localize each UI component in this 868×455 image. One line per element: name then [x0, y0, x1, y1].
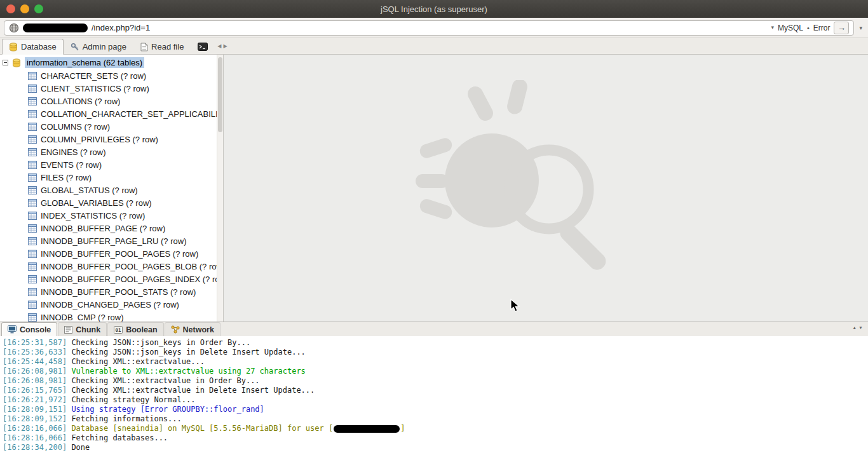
- console-line: [16:26:15,765] Checking XML::extractvalu…: [3, 386, 865, 395]
- console-timestamp: [16:26:15,765]: [3, 386, 71, 395]
- console-timestamp: [16:25:36,633]: [3, 348, 71, 357]
- tab-network[interactable]: Network: [165, 322, 220, 336]
- table-icon: [28, 173, 37, 182]
- tree-table-row[interactable]: INNODB_BUFFER_PAGE (? row): [0, 222, 217, 234]
- address-bar: /index.php?id=1 ▾ MySQL • Error → ▾: [0, 18, 868, 38]
- tree-table-row[interactable]: COLLATIONS (? row): [0, 95, 217, 107]
- tree-table-row[interactable]: INNODB_BUFFER_POOL_PAGES (? row): [0, 247, 217, 260]
- tree-table-row[interactable]: COLLATION_CHARACTER_SET_APPLICABILITY (?…: [0, 107, 217, 120]
- tab-read-file[interactable]: Read file: [133, 39, 191, 54]
- table-label: COLUMNS (? row): [41, 122, 110, 132]
- table-label: CHARACTER_SETS (? row): [41, 71, 146, 81]
- console-timestamp: [16:25:31,587]: [3, 338, 71, 347]
- tree-table-row[interactable]: GLOBAL_STATUS (? row): [0, 184, 217, 196]
- window-maximize-button[interactable]: [34, 4, 43, 13]
- tree-table-row[interactable]: COLUMNS (? row): [0, 120, 217, 133]
- table-icon: [28, 313, 37, 322]
- url-input[interactable]: /index.php?id=1 ▾ MySQL • Error →: [4, 20, 854, 36]
- window-close-button[interactable]: [6, 4, 15, 13]
- tab-chunk[interactable]: Chunk: [58, 322, 107, 336]
- table-icon: [28, 262, 37, 271]
- tree-table-row[interactable]: INNODB_BUFFER_POOL_STATS (? row): [0, 285, 217, 298]
- svg-text:01: 01: [116, 327, 122, 333]
- key-icon: [71, 43, 79, 51]
- console-message: Fetching informations...: [71, 414, 181, 423]
- console-timestamp: [16:26:21,972]: [3, 395, 71, 404]
- console-message: Checking XML::extractvalue...: [71, 357, 205, 366]
- tree-table-row[interactable]: FILES (? row): [0, 171, 217, 184]
- vendor-dropdown-chevron-icon[interactable]: ▾: [771, 25, 774, 31]
- address-bar-expand-chevron-icon[interactable]: ▾: [857, 25, 864, 31]
- table-label: INNODB_BUFFER_POOL_STATS (? row): [41, 287, 196, 297]
- tree-table-row[interactable]: INNODB_BUFFER_PAGE_LRU (? row): [0, 234, 217, 247]
- table-label: INDEX_STATISTICS (? row): [41, 211, 145, 221]
- collapse-toggle-icon[interactable]: [3, 60, 8, 65]
- table-icon: [28, 161, 37, 169]
- tab-database[interactable]: Database: [2, 39, 64, 55]
- table-label: COLUMN_PRIVILEGES (? row): [41, 135, 158, 144]
- table-icon: [28, 123, 37, 131]
- file-icon: [140, 43, 148, 51]
- tab-read-file-label: Read file: [151, 42, 184, 51]
- table-icon: [28, 199, 37, 207]
- console-line: [16:26:21,972] Checking strategy Normal.…: [3, 395, 865, 405]
- console-tab-bar: Console Chunk 01 Boolean Network ▲▼: [0, 322, 868, 336]
- table-label: COLLATIONS (? row): [41, 97, 120, 106]
- tab-boolean[interactable]: 01 Boolean: [107, 322, 163, 336]
- window-minimize-button[interactable]: [20, 4, 29, 13]
- table-label: INNODB_CHANGED_PAGES (? row): [41, 300, 179, 309]
- table-label: ENGINES (? row): [41, 147, 106, 157]
- vendor-select[interactable]: MySQL: [778, 24, 803, 32]
- console-timestamp: [16:28:09,151]: [3, 405, 71, 414]
- table-icon: [28, 212, 37, 220]
- table-icon: [28, 275, 37, 283]
- table-icon: [28, 186, 37, 194]
- tab-admin-page-label: Admin page: [83, 42, 126, 51]
- table-label: INNODB_BUFFER_POOL_PAGES (? row): [41, 249, 198, 259]
- tree-scrollbar[interactable]: [217, 55, 223, 322]
- scroll-up-icon[interactable]: ▲: [852, 325, 858, 330]
- table-label: EVENTS (? row): [41, 160, 102, 170]
- console-timestamp: [16:26:08,981]: [3, 367, 71, 376]
- table-icon: [28, 224, 37, 233]
- tree-table-row[interactable]: CLIENT_STATISTICS (? row): [0, 82, 217, 95]
- tree-table-row[interactable]: INDEX_STATISTICS (? row): [0, 209, 217, 222]
- console-timestamp: [16:28:16,066]: [3, 433, 71, 442]
- tab-console-label: Console: [20, 325, 51, 334]
- tree-table-row[interactable]: EVENTS (? row): [0, 158, 217, 171]
- strategy-select[interactable]: Error: [813, 24, 831, 32]
- console-message: Checking JSON::json_keys in Order By...: [71, 338, 250, 347]
- tab-scroll-right-icon[interactable]: ▶: [224, 43, 227, 49]
- tree-table-row[interactable]: ENGINES (? row): [0, 146, 217, 158]
- network-icon: [171, 325, 180, 334]
- table-icon: [28, 97, 37, 105]
- redacted-url-host: [23, 24, 88, 32]
- console-line: [16:28:09,152] Fetching informations...: [3, 414, 865, 424]
- tree-table-row[interactable]: INNODB_CMP (? row): [0, 311, 217, 322]
- tab-database-label: Database: [21, 42, 57, 51]
- console-message-after: ]: [400, 424, 405, 433]
- tree-table-row[interactable]: GLOBAL_VARIABLES (? row): [0, 196, 217, 209]
- console-line: [16:26:08,981] Checking XML::extractvalu…: [3, 376, 865, 386]
- tree-table-row[interactable]: INNODB_CHANGED_PAGES (? row): [0, 298, 217, 311]
- table-label: INNODB_BUFFER_POOL_PAGES_BLOB (? row): [41, 262, 217, 271]
- tree-root-row[interactable]: information_schema (62 tables): [0, 56, 217, 69]
- tree-scrollbar-thumb[interactable]: [218, 57, 222, 132]
- tab-console[interactable]: Console: [1, 322, 57, 336]
- tree-table-row[interactable]: INNODB_BUFFER_POOL_PAGES_BLOB (? row): [0, 260, 217, 273]
- tree-table-row[interactable]: CHARACTER_SETS (? row): [0, 69, 217, 82]
- submit-url-button[interactable]: →: [834, 22, 849, 34]
- tree-table-row[interactable]: INNODB_BUFFER_POOL_PAGES_INDEX (? row): [0, 273, 217, 285]
- list-icon: [64, 326, 72, 334]
- console-message: Checking XML::extractvalue in Order By..…: [71, 376, 259, 385]
- scroll-down-icon[interactable]: ▼: [858, 325, 865, 330]
- console-line: [16:28:16,066] Database [sneaindia] on M…: [3, 424, 865, 433]
- table-icon: [28, 110, 37, 118]
- tab-web-shell[interactable]: [191, 39, 215, 54]
- tab-scroll-left-icon[interactable]: ◀: [217, 43, 221, 49]
- tree-table-row[interactable]: COLUMN_PRIVILEGES (? row): [0, 133, 217, 146]
- tab-admin-page[interactable]: Admin page: [64, 39, 133, 54]
- table-label: FILES (? row): [41, 173, 92, 182]
- tree-table-list: CHARACTER_SETS (? row)CLIENT_STATISTICS …: [0, 69, 217, 322]
- console-message: Checking strategy Normal...: [71, 395, 195, 404]
